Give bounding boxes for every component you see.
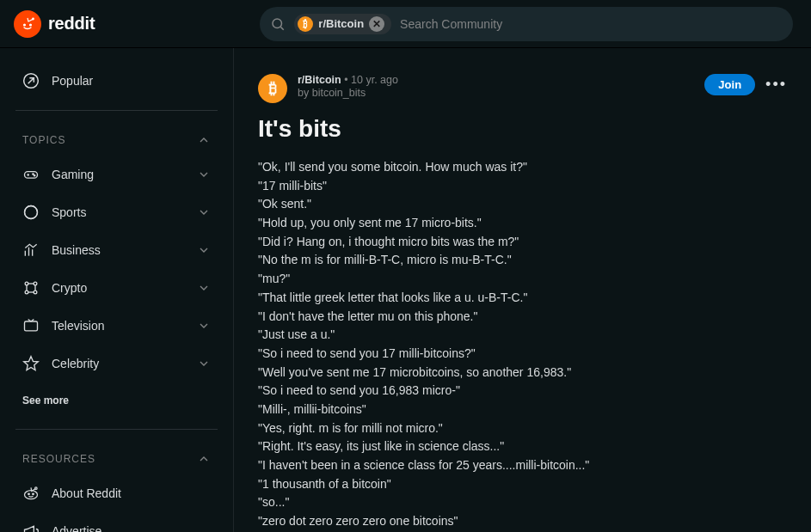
reddit-logo-icon <box>14 10 41 38</box>
sidebar-item-label: Television <box>52 319 104 333</box>
sidebar-item-advertise[interactable]: Advertise <box>15 514 218 532</box>
join-button[interactable]: Join <box>704 74 755 95</box>
topics-heading[interactable]: TOPICS <box>15 123 218 154</box>
divider <box>15 429 218 430</box>
post-meta: ₿ r/Bitcoin • 10 yr. ago by bitcoin_bits <box>258 74 398 103</box>
svg-point-10 <box>33 174 34 174</box>
post-body-line: "Ok, I'll send you some bitcoin. How muc… <box>258 158 787 177</box>
close-icon[interactable]: ✕ <box>369 16 384 32</box>
svg-point-30 <box>33 493 34 495</box>
post-body-line: "No the m is for milli-B-T-C, micro is m… <box>258 251 787 270</box>
post-body-line: "1 thousanth of a bitcoin" <box>258 475 787 494</box>
subreddit-avatar[interactable]: ₿ <box>258 74 287 103</box>
svg-point-29 <box>28 493 30 495</box>
meta-separator: • <box>344 74 351 86</box>
post-body-line: "so..." <box>258 493 787 512</box>
post-age: 10 yr. ago <box>351 74 398 86</box>
sidebar-item-label: Advertise <box>52 524 101 532</box>
post-body-line: "I haven't been in a science class for 2… <box>258 456 787 475</box>
post-header: ₿ r/Bitcoin • 10 yr. ago by bitcoin_bits… <box>258 74 787 103</box>
bitcoin-icon: ₿ <box>298 16 313 32</box>
by-label: by <box>298 87 312 99</box>
chevron-down-icon <box>197 243 211 257</box>
gamepad-icon <box>22 166 40 183</box>
sidebar-item-popular[interactable]: Popular <box>15 64 218 98</box>
author-link[interactable]: bitcoin_bits <box>312 87 366 99</box>
search-input[interactable] <box>400 17 783 31</box>
see-more-link[interactable]: See more <box>15 384 218 417</box>
svg-point-17 <box>34 282 37 285</box>
sidebar-item-label: Sports <box>52 205 86 219</box>
post-main: ₿ r/Bitcoin • 10 yr. ago by bitcoin_bits… <box>234 48 811 532</box>
reddit-logo[interactable]: reddit <box>14 10 95 38</box>
sidebar-item-label: Crypto <box>52 281 87 295</box>
post-body-line: "Yes, right. m is for milli not micro." <box>258 419 787 438</box>
post-body: "Ok, I'll send you some bitcoin. How muc… <box>258 158 787 531</box>
sports-icon <box>22 204 40 221</box>
sidebar-item-business[interactable]: Business <box>15 233 218 267</box>
chevron-down-icon <box>197 281 211 295</box>
chevron-up-icon <box>197 133 211 147</box>
post-body-line: "Ok sent." <box>258 195 787 214</box>
svg-marker-27 <box>24 357 39 370</box>
svg-line-5 <box>281 27 284 29</box>
post-body-line: "Milli-, millii-bitcoins" <box>258 401 787 419</box>
search-icon <box>270 16 286 32</box>
sidebar-item-celebrity[interactable]: Celebrity <box>15 346 218 381</box>
reddit-wordmark: reddit <box>48 14 95 34</box>
post-body-line: "I don't have the letter mu on this phon… <box>258 308 787 327</box>
svg-point-16 <box>25 282 28 285</box>
topics-heading-label: TOPICS <box>22 134 65 146</box>
chevron-down-icon <box>197 205 211 219</box>
more-icon[interactable]: ••• <box>765 76 787 94</box>
chevron-up-icon <box>197 452 211 466</box>
post-body-line: "Just use a u." <box>258 326 787 345</box>
post-body-line: "17 milli-bits" <box>258 177 787 196</box>
left-sidebar: Popular TOPICS Gaming S <box>0 48 234 532</box>
sidebar-item-label: Celebrity <box>52 357 99 370</box>
chevron-down-icon <box>197 357 211 370</box>
search-bar[interactable]: ₿ r/Bitcoin ✕ <box>260 7 793 41</box>
search-scope-chip[interactable]: ₿ r/Bitcoin ✕ <box>294 14 391 34</box>
svg-point-28 <box>25 491 38 499</box>
svg-point-4 <box>273 19 282 28</box>
post-body-line: "So i need to send you 17 milli-bitcoins… <box>258 345 787 364</box>
sidebar-item-label: Business <box>52 243 101 257</box>
sidebar-item-crypto[interactable]: Crypto <box>15 271 218 305</box>
resources-heading[interactable]: RESOURCES <box>15 442 218 473</box>
svg-point-19 <box>34 290 37 294</box>
svg-point-1 <box>29 23 32 26</box>
sidebar-item-label: About Reddit <box>52 486 121 500</box>
sidebar-item-label: Popular <box>52 74 93 88</box>
post-actions: Join ••• <box>704 74 787 95</box>
chevron-down-icon <box>197 319 211 333</box>
sidebar-item-sports[interactable]: Sports <box>15 195 218 229</box>
resources-heading-label: RESOURCES <box>22 453 95 465</box>
svg-point-0 <box>23 23 26 26</box>
tv-icon <box>22 317 40 334</box>
megaphone-icon <box>22 523 40 532</box>
post-body-line: "So i need to send you 16,983 micro-" <box>258 382 787 401</box>
search-scope-label: r/Bitcoin <box>318 17 364 30</box>
sidebar-item-gaming[interactable]: Gaming <box>15 157 218 192</box>
sidebar-item-about[interactable]: About Reddit <box>15 476 218 511</box>
crypto-icon <box>22 279 40 297</box>
chevron-down-icon <box>197 168 211 181</box>
chart-icon <box>22 242 40 259</box>
svg-rect-7 <box>25 172 38 179</box>
post-body-line: "Right. It's easy, its just like in scie… <box>258 437 787 456</box>
post-title: It's bits <box>258 115 787 143</box>
svg-point-18 <box>25 290 28 294</box>
sidebar-item-label: Gaming <box>52 168 94 181</box>
divider <box>15 110 218 111</box>
post-body-line: "That little greek letter that looks lik… <box>258 289 787 308</box>
svg-rect-24 <box>25 321 38 331</box>
post-body-line: "Hold up, you only sent me 17 micro-bits… <box>258 214 787 233</box>
arrow-up-right-icon <box>22 72 40 89</box>
star-icon <box>22 355 40 372</box>
post-body-line: "mu?" <box>258 270 787 289</box>
sidebar-item-television[interactable]: Television <box>15 309 218 343</box>
subreddit-link[interactable]: r/Bitcoin <box>298 74 341 86</box>
post-body-line: "Well you've sent me 17 microbitcoins, s… <box>258 364 787 382</box>
reddit-outline-icon <box>22 485 40 502</box>
